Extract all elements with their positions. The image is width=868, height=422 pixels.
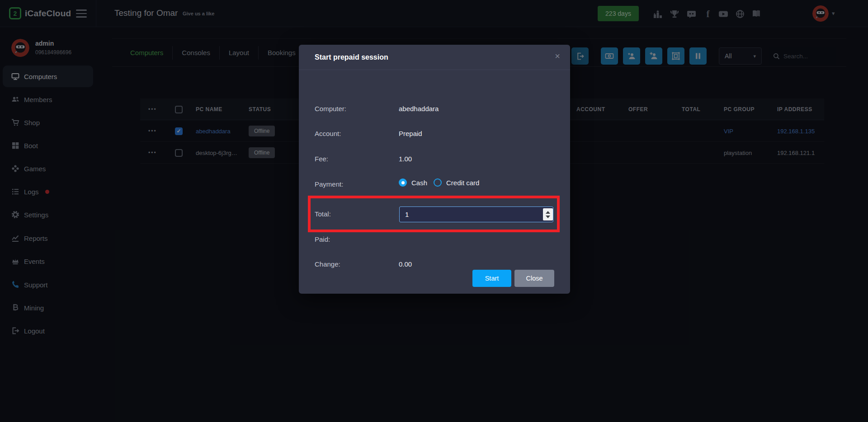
payment-label: Payment: <box>315 180 343 188</box>
close-icon[interactable]: × <box>555 51 560 61</box>
start-prepaid-session-dialog: Start prepaid session × Computer: abedha… <box>299 45 570 294</box>
payment-options: Cash Credit card <box>399 178 479 187</box>
change-value: 0.00 <box>399 260 412 268</box>
modal-title: Start prepaid session <box>315 45 388 70</box>
modal-header: Start prepaid session × <box>299 45 570 70</box>
close-button[interactable]: Close <box>514 270 554 287</box>
start-button[interactable]: Start <box>472 270 511 287</box>
radio-credit-card-label[interactable]: Credit card <box>446 179 479 187</box>
computer-label: Computer: <box>315 105 346 113</box>
account-label: Account: <box>315 130 341 137</box>
radio-credit-card[interactable] <box>434 178 442 187</box>
computer-value: abedhaddara <box>399 105 439 113</box>
paid-label: Paid: <box>315 235 330 243</box>
red-highlight-annotation <box>308 196 560 232</box>
fee-value: 1.00 <box>399 155 412 163</box>
fee-label: Fee: <box>315 155 328 163</box>
radio-cash-label[interactable]: Cash <box>411 179 427 187</box>
account-value: Prepaid <box>399 130 422 137</box>
radio-cash[interactable] <box>399 178 407 187</box>
change-label: Change: <box>315 260 340 268</box>
